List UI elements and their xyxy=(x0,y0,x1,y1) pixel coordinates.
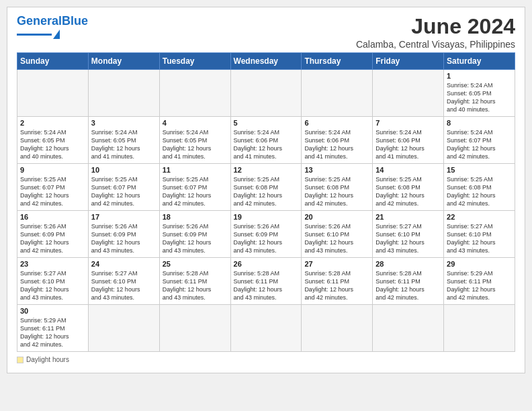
daylight-label: Daylight hours xyxy=(26,356,69,363)
col-header-sunday: Sunday xyxy=(17,53,89,70)
day-number: 12 xyxy=(234,166,299,174)
calendar-cell: 19Sunrise: 5:26 AM Sunset: 6:09 PM Dayli… xyxy=(230,211,302,258)
calendar-week-row: 2Sunrise: 5:24 AM Sunset: 6:05 PM Daylig… xyxy=(17,117,515,164)
calendar-cell: 21Sunrise: 5:27 AM Sunset: 6:10 PM Dayli… xyxy=(373,211,444,258)
daylight-legend: Daylight hours xyxy=(17,356,69,363)
calendar-cell xyxy=(373,70,444,117)
day-info: Sunrise: 5:28 AM Sunset: 6:11 PM Dayligh… xyxy=(304,269,369,302)
calendar-cell: 5Sunrise: 5:24 AM Sunset: 6:06 PM Daylig… xyxy=(230,117,302,164)
calendar-cell xyxy=(159,305,230,352)
title-block: June 2024 Calamba, Central Visayas, Phil… xyxy=(356,14,515,50)
calendar-cell xyxy=(17,70,89,117)
day-number: 29 xyxy=(447,260,512,268)
calendar-cell: 28Sunrise: 5:28 AM Sunset: 6:11 PM Dayli… xyxy=(373,258,444,305)
day-number: 26 xyxy=(234,260,299,268)
day-info: Sunrise: 5:29 AM Sunset: 6:11 PM Dayligh… xyxy=(20,316,85,349)
day-info: Sunrise: 5:26 AM Sunset: 6:09 PM Dayligh… xyxy=(234,222,299,255)
day-info: Sunrise: 5:25 AM Sunset: 6:08 PM Dayligh… xyxy=(234,175,299,208)
col-header-monday: Monday xyxy=(88,53,159,70)
col-header-friday: Friday xyxy=(373,53,444,70)
day-number: 21 xyxy=(375,213,441,221)
day-info: Sunrise: 5:27 AM Sunset: 6:10 PM Dayligh… xyxy=(20,269,85,302)
calendar-cell xyxy=(88,70,159,117)
day-number: 15 xyxy=(447,166,512,174)
calendar-cell xyxy=(373,305,444,352)
calendar-cell: 7Sunrise: 5:24 AM Sunset: 6:06 PM Daylig… xyxy=(373,117,444,164)
day-number: 6 xyxy=(304,119,369,127)
day-info: Sunrise: 5:25 AM Sunset: 6:08 PM Dayligh… xyxy=(375,175,441,208)
day-info: Sunrise: 5:25 AM Sunset: 6:07 PM Dayligh… xyxy=(163,175,228,208)
calendar-cell: 23Sunrise: 5:27 AM Sunset: 6:10 PM Dayli… xyxy=(17,258,89,305)
day-info: Sunrise: 5:24 AM Sunset: 6:05 PM Dayligh… xyxy=(447,81,512,114)
day-info: Sunrise: 5:27 AM Sunset: 6:10 PM Dayligh… xyxy=(447,222,512,255)
calendar-cell: 13Sunrise: 5:25 AM Sunset: 6:08 PM Dayli… xyxy=(302,164,373,211)
calendar-cell: 2Sunrise: 5:24 AM Sunset: 6:05 PM Daylig… xyxy=(17,117,89,164)
calendar-cell: 6Sunrise: 5:24 AM Sunset: 6:06 PM Daylig… xyxy=(302,117,373,164)
calendar-cell: 10Sunrise: 5:25 AM Sunset: 6:07 PM Dayli… xyxy=(88,164,159,211)
calendar-cell xyxy=(159,70,230,117)
day-info: Sunrise: 5:28 AM Sunset: 6:11 PM Dayligh… xyxy=(375,269,441,302)
day-info: Sunrise: 5:25 AM Sunset: 6:07 PM Dayligh… xyxy=(20,175,85,208)
calendar-cell xyxy=(88,305,159,352)
day-number: 4 xyxy=(163,119,228,127)
day-number: 28 xyxy=(375,260,441,268)
day-number: 18 xyxy=(163,213,228,221)
day-info: Sunrise: 5:26 AM Sunset: 6:09 PM Dayligh… xyxy=(163,222,228,255)
subtitle: Calamba, Central Visayas, Philippines xyxy=(356,39,515,50)
day-info: Sunrise: 5:27 AM Sunset: 6:10 PM Dayligh… xyxy=(91,269,157,302)
day-number: 5 xyxy=(234,119,299,127)
day-number: 27 xyxy=(304,260,369,268)
day-number: 2 xyxy=(20,119,85,127)
calendar-cell: 22Sunrise: 5:27 AM Sunset: 6:10 PM Dayli… xyxy=(444,211,515,258)
calendar-week-row: 23Sunrise: 5:27 AM Sunset: 6:10 PM Dayli… xyxy=(17,258,515,305)
day-info: Sunrise: 5:24 AM Sunset: 6:05 PM Dayligh… xyxy=(91,128,157,161)
day-number: 3 xyxy=(91,119,157,127)
col-header-thursday: Thursday xyxy=(302,53,373,70)
day-number: 22 xyxy=(447,213,512,221)
day-number: 7 xyxy=(375,119,441,127)
day-number: 14 xyxy=(375,166,441,174)
calendar-cell: 20Sunrise: 5:26 AM Sunset: 6:10 PM Dayli… xyxy=(302,211,373,258)
calendar-cell xyxy=(444,305,515,352)
calendar-cell: 25Sunrise: 5:28 AM Sunset: 6:11 PM Dayli… xyxy=(159,258,230,305)
col-header-saturday: Saturday xyxy=(444,53,515,70)
logo-general: General xyxy=(17,14,62,28)
calendar-cell: 4Sunrise: 5:24 AM Sunset: 6:05 PM Daylig… xyxy=(159,117,230,164)
header: GeneralBlue June 2024 Calamba, Central V… xyxy=(17,14,515,50)
day-info: Sunrise: 5:28 AM Sunset: 6:11 PM Dayligh… xyxy=(163,269,228,302)
day-info: Sunrise: 5:24 AM Sunset: 6:06 PM Dayligh… xyxy=(375,128,441,161)
day-number: 8 xyxy=(447,119,512,127)
calendar-cell: 8Sunrise: 5:24 AM Sunset: 6:07 PM Daylig… xyxy=(444,117,515,164)
calendar-cell: 24Sunrise: 5:27 AM Sunset: 6:10 PM Dayli… xyxy=(88,258,159,305)
main-title: June 2024 xyxy=(356,14,515,39)
day-info: Sunrise: 5:26 AM Sunset: 6:09 PM Dayligh… xyxy=(20,222,85,255)
logo-blue: Blue xyxy=(62,14,88,28)
calendar-week-row: 16Sunrise: 5:26 AM Sunset: 6:09 PM Dayli… xyxy=(17,211,515,258)
calendar-cell: 1Sunrise: 5:24 AM Sunset: 6:05 PM Daylig… xyxy=(444,70,515,117)
calendar-cell xyxy=(230,305,302,352)
day-number: 11 xyxy=(163,166,228,174)
day-number: 10 xyxy=(91,166,157,174)
calendar-cell: 12Sunrise: 5:25 AM Sunset: 6:08 PM Dayli… xyxy=(230,164,302,211)
day-info: Sunrise: 5:25 AM Sunset: 6:08 PM Dayligh… xyxy=(304,175,369,208)
calendar-cell: 15Sunrise: 5:25 AM Sunset: 6:08 PM Dayli… xyxy=(444,164,515,211)
calendar-cell: 26Sunrise: 5:28 AM Sunset: 6:11 PM Dayli… xyxy=(230,258,302,305)
logo-bar xyxy=(17,34,52,36)
calendar-cell: 29Sunrise: 5:29 AM Sunset: 6:11 PM Dayli… xyxy=(444,258,515,305)
calendar-cell: 17Sunrise: 5:26 AM Sunset: 6:09 PM Dayli… xyxy=(88,211,159,258)
day-number: 20 xyxy=(304,213,369,221)
day-number: 1 xyxy=(447,72,512,80)
day-number: 25 xyxy=(163,260,228,268)
daylight-dot xyxy=(17,357,24,363)
day-info: Sunrise: 5:24 AM Sunset: 6:06 PM Dayligh… xyxy=(234,128,299,161)
calendar-week-row: 1Sunrise: 5:24 AM Sunset: 6:05 PM Daylig… xyxy=(17,70,515,117)
calendar-cell: 14Sunrise: 5:25 AM Sunset: 6:08 PM Dayli… xyxy=(373,164,444,211)
day-info: Sunrise: 5:24 AM Sunset: 6:05 PM Dayligh… xyxy=(20,128,85,161)
calendar-header-row: SundayMondayTuesdayWednesdayThursdayFrid… xyxy=(17,53,515,70)
col-header-wednesday: Wednesday xyxy=(230,53,302,70)
calendar-cell: 27Sunrise: 5:28 AM Sunset: 6:11 PM Dayli… xyxy=(302,258,373,305)
calendar-cell xyxy=(302,305,373,352)
calendar-week-row: 9Sunrise: 5:25 AM Sunset: 6:07 PM Daylig… xyxy=(17,164,515,211)
day-number: 9 xyxy=(20,166,85,174)
day-number: 13 xyxy=(304,166,369,174)
